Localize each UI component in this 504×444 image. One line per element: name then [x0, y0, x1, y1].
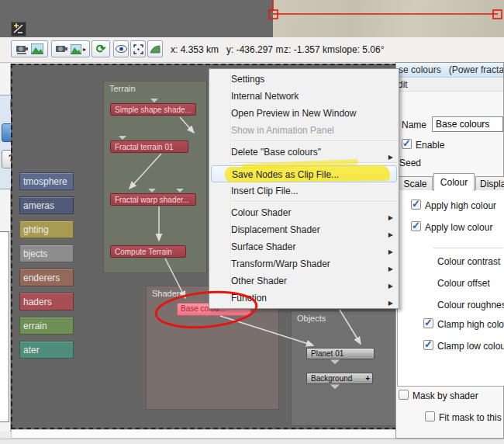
- menu-item-internal-network[interactable]: Internal Network: [209, 88, 399, 105]
- node-fractal-warp-shader[interactable]: Fractal warp shader...: [110, 193, 196, 206]
- camera-icon: [55, 43, 69, 54]
- menu-separator: [232, 140, 398, 142]
- divider: [433, 248, 503, 248]
- seed-label: Seed: [399, 158, 421, 168]
- visibility-button[interactable]: [113, 40, 129, 57]
- name-input[interactable]: [432, 116, 503, 132]
- menu-item-delete-base-colours[interactable]: Delete "Base colours"▶: [209, 144, 399, 161]
- menu-item-other-shader[interactable]: Other Shader▶: [209, 272, 399, 290]
- menu-separator: [232, 201, 398, 203]
- objects-group-title: Objects: [297, 314, 326, 323]
- clamp-low-checkbox[interactable]: [423, 340, 433, 350]
- sidebar-item-water[interactable]: ater: [19, 341, 74, 359]
- sidebar-item-lighting[interactable]: ghting: [19, 220, 74, 238]
- clamp-high-label: Clamp high colour: [437, 319, 504, 330]
- colour-offset-label: Colour offset: [437, 278, 490, 289]
- camera-icon: [16, 43, 29, 54]
- refresh-button[interactable]: ⟳: [91, 40, 110, 57]
- name-label: Name: [402, 120, 426, 130]
- tab-scale[interactable]: Scale: [398, 176, 433, 190]
- colour-roughness-label: Colour roughness: [437, 300, 504, 310]
- node-planet-01[interactable]: Planet 01: [306, 348, 375, 359]
- menu-item-displacement-shader[interactable]: Displacement Shader▶: [209, 221, 399, 238]
- coord-y: y: -436.297 m: [226, 44, 283, 55]
- apply-low-colour-label: Apply low colour: [425, 222, 492, 233]
- refresh-icon: ⟳: [96, 42, 106, 56]
- frame-brackets-icon: [133, 44, 143, 54]
- image-thumbnail-icon: [31, 43, 43, 54]
- node-compute-terrain[interactable]: Compute Terrain: [110, 245, 186, 258]
- apply-low-colour-checkbox[interactable]: [411, 221, 421, 231]
- menu-item-insert-clip-file[interactable]: Insert Clip File...: [209, 182, 399, 199]
- render-dropdown-button[interactable]: ▸: [51, 40, 90, 57]
- enable-label: Enable: [416, 140, 444, 151]
- preview-toolbar: ▸ ⟳ x: 4.353 km y: -436.297 m z: -1.357 …: [0, 37, 504, 63]
- menu-item-open-preview[interactable]: Open Preview in New Window: [209, 105, 399, 122]
- submenu-arrow-icon: ▶: [388, 295, 393, 312]
- expand-plus-icon[interactable]: +: [365, 373, 370, 384]
- colour-contrast-label: Colour contrast: [437, 256, 500, 267]
- tab-displacement[interactable]: Displacement: [475, 176, 504, 190]
- submenu-arrow-icon: ▶: [388, 149, 393, 166]
- render-view-button[interactable]: [11, 40, 48, 57]
- shaders-group-title: Shaders: [152, 289, 184, 298]
- levels-adjust-icon[interactable]: [11, 22, 26, 36]
- enable-checkbox[interactable]: [402, 139, 412, 149]
- horizontal-scrollbar[interactable]: [11, 429, 397, 439]
- menu-item-transform-warp-shader[interactable]: Transform/Warp Shader▶: [209, 255, 399, 272]
- clamp-low-label: Clamp low colour: [437, 341, 504, 352]
- fit-mask-checkbox[interactable]: [425, 411, 435, 421]
- sidebar-item-terrain[interactable]: errain: [19, 317, 74, 335]
- dropdown-arrow-icon: ▸: [83, 46, 86, 53]
- apply-high-colour-checkbox[interactable]: [411, 199, 421, 210]
- sidebar-item-atmosphere[interactable]: tmosphere: [19, 172, 74, 190]
- apply-high-colour-label: Apply high colour: [425, 200, 496, 211]
- node-background-label: Background: [311, 374, 352, 383]
- sidebar-item-objects[interactable]: bjects: [19, 245, 74, 262]
- node-context-menu: Settings Internal Network Open Preview i…: [209, 68, 399, 309]
- curve-icon: [150, 44, 161, 54]
- node-background[interactable]: Background +: [306, 373, 373, 384]
- panel-menu-edit[interactable]: dit: [396, 78, 503, 92]
- background-listbox-fragment: [0, 231, 9, 422]
- preview-empty-area: [0, 0, 273, 37]
- status-bar: [0, 439, 504, 444]
- clamp-high-checkbox[interactable]: [423, 318, 433, 328]
- coord-z: z: -1.357 km: [284, 44, 335, 55]
- sidebar-item-cameras[interactable]: ameras: [19, 196, 74, 214]
- mask-by-shader-checkbox[interactable]: [399, 390, 409, 400]
- frame-selection-button[interactable]: [130, 40, 146, 57]
- node-fractal-terrain-01[interactable]: Fractal terrain 01: [110, 140, 188, 153]
- image-thumbnail-icon: [71, 44, 81, 54]
- terrain-group-title: Terrain: [109, 84, 136, 93]
- panel-title: se colours (Power fracta: [396, 63, 503, 78]
- coord-slope: slope: 5.06°: [335, 44, 385, 55]
- eye-icon: [116, 45, 127, 53]
- menu-item-colour-shader[interactable]: Colour Shader▶: [209, 204, 399, 221]
- objects-group-box[interactable]: Objects: [291, 310, 397, 426]
- curve-profile-button[interactable]: [147, 40, 163, 57]
- tab-colour[interactable]: Colour: [433, 173, 475, 191]
- sidebar-item-renderers[interactable]: enderers: [19, 269, 74, 286]
- menu-item-function[interactable]: Function▶: [209, 290, 399, 307]
- app-window: ▸ ⟳ x: 4.353 km y: -436.297 m z: -1.357 …: [0, 0, 504, 444]
- mask-by-shader-label: Mask by shader: [413, 390, 478, 401]
- menu-item-show-in-animation-panel: Show in Animation Panel: [209, 122, 399, 139]
- coord-x: x: 4.353 km: [171, 44, 219, 55]
- terrain-preview-image: [273, 0, 504, 37]
- sidebar-item-shaders[interactable]: haders: [19, 293, 74, 310]
- menu-item-settings[interactable]: Settings: [209, 71, 399, 88]
- shader-parameter-panel: se colours (Power fracta dit Name Enable…: [395, 62, 504, 439]
- fit-mask-label: Fit mask to this: [439, 412, 502, 423]
- menu-item-surface-shader[interactable]: Surface Shader▶: [209, 238, 399, 255]
- node-simple-shape-shader[interactable]: Simple shape shade...: [110, 103, 196, 116]
